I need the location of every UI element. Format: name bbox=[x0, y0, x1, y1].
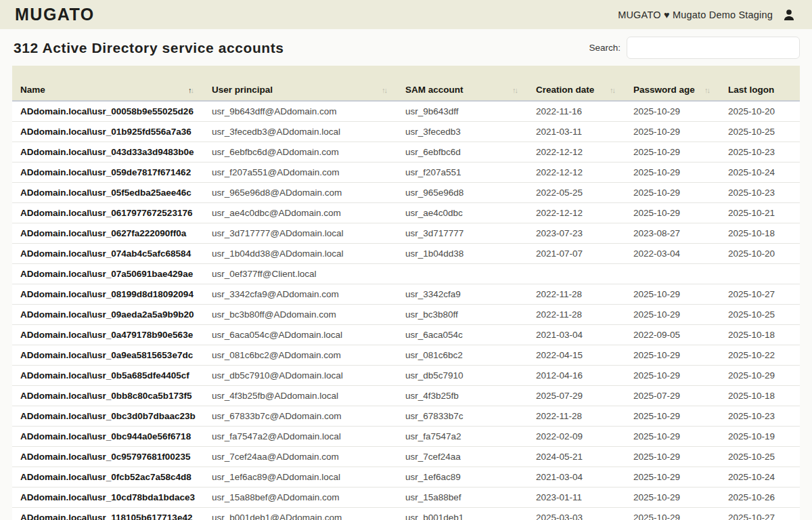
column-label: Password age bbox=[633, 85, 695, 95]
table-row: ADdomain.local\usr_0bc3d0b7dbaac23busr_6… bbox=[12, 406, 800, 426]
cell: 2025-10-23 bbox=[720, 142, 800, 162]
column-header-creation-date[interactable]: Creation date↑↓ bbox=[528, 66, 625, 101]
table-row: ADdomain.local\usr_07a50691bae429aeusr_0… bbox=[12, 263, 800, 284]
cell: 2021-03-04 bbox=[528, 467, 625, 487]
cell: 2025-10-29 bbox=[625, 121, 720, 142]
cell-name: ADdomain.local\usr_074ab4c5afc68584 bbox=[12, 243, 204, 263]
cell-name: ADdomain.local\usr_08199d8d18092094 bbox=[12, 284, 204, 304]
cell: usr_965e96d8@ADdomain.com bbox=[204, 182, 397, 202]
cell: 2022-03-04 bbox=[625, 243, 720, 263]
cell: 2025-10-18 bbox=[720, 324, 800, 345]
cell bbox=[625, 263, 720, 284]
cell-name: ADdomain.local\usr_09aeda2a5a9b9b20 bbox=[12, 304, 204, 324]
cell: 2025-10-29 bbox=[625, 446, 720, 467]
cell: usr_3fecedb3@ADdomain.local bbox=[204, 121, 397, 142]
column-header-password-age[interactable]: Password age↑↓ bbox=[625, 66, 720, 101]
cell: usr_3d717777 bbox=[397, 223, 528, 243]
table-row: ADdomain.local\usr_0c95797681f00235usr_7… bbox=[12, 446, 800, 467]
column-header-sam-account[interactable]: SAM account↑↓ bbox=[397, 66, 528, 101]
cell: 2025-10-29 bbox=[625, 507, 720, 520]
cell: 2025-07-29 bbox=[625, 385, 720, 406]
search-label: Search: bbox=[589, 43, 621, 53]
cell: usr_4f3b25fb@ADdomain.local bbox=[204, 385, 397, 406]
cell: usr_0ef377ff@Client.local bbox=[204, 263, 397, 284]
cell: 2025-10-24 bbox=[720, 467, 800, 487]
user-account-icon[interactable] bbox=[782, 8, 796, 22]
column-label: Last logon bbox=[728, 85, 774, 95]
cell: usr_f207a551@ADdomain.com bbox=[204, 162, 397, 182]
cell-name: ADdomain.local\usr_0a479178b90e563e bbox=[12, 324, 204, 345]
table-row: ADdomain.local\usr_08199d8d18092094usr_3… bbox=[12, 284, 800, 304]
cell: 2025-03-03 bbox=[528, 507, 625, 520]
table-row: ADdomain.local\usr_09aeda2a5a9b9b20usr_b… bbox=[12, 304, 800, 324]
table-row: ADdomain.local\usr_0627fa222090ff0ausr_3… bbox=[12, 223, 800, 243]
cell-name: ADdomain.local\usr_0fcb52ac7a58c4d8 bbox=[12, 467, 204, 487]
cell: 2021-07-07 bbox=[528, 243, 625, 263]
top-bar: MUGATO MUGATO ♥ Mugato Demo Staging bbox=[0, 0, 812, 29]
cell-name: ADdomain.local\usr_07a50691bae429ae bbox=[12, 263, 204, 284]
cell: usr_6ebfbc6d@ADdomain.com bbox=[204, 142, 397, 162]
cell bbox=[397, 263, 528, 284]
table-row: ADdomain.local\usr_0617977672523176usr_a… bbox=[12, 202, 800, 223]
cell: usr_3d717777@ADdomain.local bbox=[204, 223, 397, 243]
cell: 2024-05-21 bbox=[528, 446, 625, 467]
cell: 2022-02-09 bbox=[528, 426, 625, 446]
cell: usr_67833b7c@ADdomain.com bbox=[204, 406, 397, 426]
cell: usr_6ebfbc6d bbox=[397, 142, 528, 162]
table-row: ADdomain.local\usr_074ab4c5afc68584usr_1… bbox=[12, 243, 800, 263]
sort-arrows-icon[interactable]: ↑↓ bbox=[188, 86, 193, 94]
cell: usr_081c6bc2 bbox=[397, 345, 528, 365]
cell: 2023-08-27 bbox=[625, 223, 720, 243]
column-header-name[interactable]: Name↑↓ bbox=[12, 66, 204, 101]
search-input[interactable] bbox=[627, 37, 800, 59]
cell: usr_b001deb1@ADdomain.com bbox=[204, 507, 397, 520]
cell: usr_b001deb1 bbox=[397, 507, 528, 520]
brand-logo[interactable]: MUGATO bbox=[15, 5, 95, 24]
sort-arrows-icon[interactable]: ↑↓ bbox=[382, 86, 386, 94]
sort-arrows-icon[interactable]: ↑↓ bbox=[610, 86, 614, 94]
column-header-user-principal[interactable]: User principal↑↓ bbox=[204, 66, 397, 101]
cell: 2025-10-29 bbox=[720, 365, 800, 385]
cell: 2025-10-29 bbox=[625, 182, 720, 202]
cell: usr_3342cfa9@ADdomain.com bbox=[204, 284, 397, 304]
cell: usr_3fecedb3 bbox=[397, 121, 528, 142]
cell: usr_db5c7910 bbox=[397, 365, 528, 385]
sort-arrows-icon[interactable]: ↑↓ bbox=[512, 86, 517, 94]
table-row: ADdomain.local\usr_0bb8c80ca5b173f5usr_4… bbox=[12, 385, 800, 406]
cell: 2022-11-28 bbox=[528, 406, 625, 426]
cell: usr_081c6bc2@ADdomain.com bbox=[204, 345, 397, 365]
column-label: SAM account bbox=[405, 85, 464, 95]
cell: usr_1b04dd38@ADdomain.local bbox=[204, 243, 397, 263]
cell: 2025-10-25 bbox=[720, 121, 800, 142]
table-row: ADdomain.local\usr_10cd78bda1bdace3usr_1… bbox=[12, 487, 800, 507]
cell: 2021-03-11 bbox=[528, 121, 625, 142]
cell: 2025-10-29 bbox=[625, 101, 720, 121]
cell: 2025-10-29 bbox=[625, 406, 720, 426]
cell: 2025-07-29 bbox=[528, 385, 625, 406]
cell: 2025-10-20 bbox=[720, 243, 800, 263]
title-row: 312 Active Directory service accounts Se… bbox=[0, 29, 812, 66]
cell: usr_db5c7910@ADdomain.local bbox=[204, 365, 397, 385]
cell: 2023-07-23 bbox=[528, 223, 625, 243]
cell: 2025-10-29 bbox=[625, 142, 720, 162]
cell: usr_fa7547a2 bbox=[397, 426, 528, 446]
cell-name: ADdomain.local\usr_05f5edba25aee46c bbox=[12, 182, 204, 202]
column-header-last-logon[interactable]: Last logon bbox=[720, 66, 800, 101]
cell: 2025-10-18 bbox=[720, 223, 800, 243]
cell: 2025-10-21 bbox=[720, 202, 800, 223]
cell: usr_ae4c0dbc bbox=[397, 202, 528, 223]
cell bbox=[528, 263, 625, 284]
cell: 2022-09-05 bbox=[625, 324, 720, 345]
cell: 2022-11-28 bbox=[528, 304, 625, 324]
cell-name: ADdomain.local\usr_0627fa222090ff0a bbox=[12, 223, 204, 243]
table-row: ADdomain.local\usr_0fcb52ac7a58c4d8usr_1… bbox=[12, 467, 800, 487]
cell: 2022-05-25 bbox=[528, 182, 625, 202]
topbar-right: MUGATO ♥ Mugato Demo Staging bbox=[618, 8, 796, 22]
cell: usr_fa7547a2@ADdomain.local bbox=[204, 426, 397, 446]
cell: 2025-10-26 bbox=[720, 487, 800, 507]
cell: 2025-10-22 bbox=[720, 345, 800, 365]
table-row: ADdomain.local\usr_05f5edba25aee46cusr_9… bbox=[12, 182, 800, 202]
cell: 2025-10-20 bbox=[720, 101, 800, 121]
cell-name: ADdomain.local\usr_10cd78bda1bdace3 bbox=[12, 487, 204, 507]
sort-arrows-icon[interactable]: ↑↓ bbox=[704, 86, 709, 94]
